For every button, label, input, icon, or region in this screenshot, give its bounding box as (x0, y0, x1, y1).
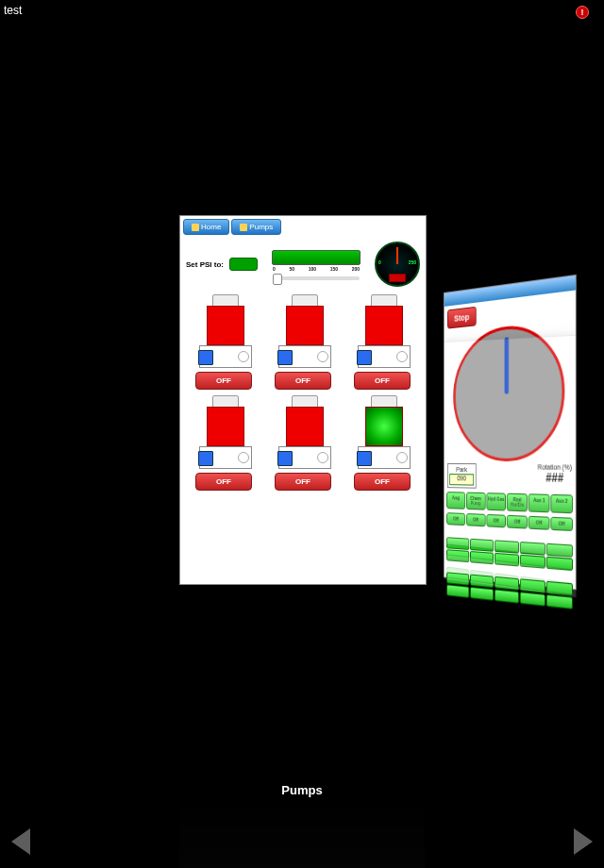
psi-slider[interactable] (273, 276, 360, 280)
gauge-needle-icon (396, 247, 398, 264)
pump-graphic (354, 395, 411, 471)
home-icon (192, 224, 199, 231)
bar-ticks: 050100150200 (273, 266, 360, 272)
pump-6: OFF (346, 395, 418, 491)
title-bar: test (4, 4, 22, 17)
pump-2: OFF (267, 294, 339, 390)
aux-B-6[interactable] (470, 587, 494, 601)
pump-4: OFF (188, 395, 260, 491)
pump-graphic (195, 294, 252, 370)
aux-B-7[interactable] (495, 589, 519, 603)
pump-icon (240, 224, 247, 231)
pump-1: OFF (188, 294, 260, 390)
pump-toggle-3[interactable]: OFF (354, 372, 411, 390)
pump-graphic (275, 395, 331, 471)
psi-label: Set PSI to: (186, 260, 224, 269)
aux-B-8[interactable] (520, 592, 545, 607)
pump-toggle-6[interactable]: OFF (354, 473, 411, 491)
pump-toggle-1[interactable]: OFF (195, 372, 252, 390)
pump-toggle-5[interactable]: OFF (275, 473, 331, 491)
tab-bar: Home Pumps (180, 216, 426, 238)
tab-pumps[interactable]: Pumps (231, 219, 281, 235)
reflection-side (444, 335, 577, 598)
pump-graphic (354, 294, 411, 370)
reflection: OFFOFFOFF (179, 587, 425, 868)
pump-5: OFF (267, 395, 339, 491)
prev-arrow-icon[interactable] (11, 828, 30, 855)
pump-toggle-2[interactable]: OFF (275, 372, 331, 390)
side-header (445, 275, 576, 307)
psi-gauge: 0 250 (375, 242, 420, 287)
gauge-readout (389, 274, 406, 282)
alert-icon[interactable] (576, 6, 589, 19)
page-caption: Pumps (0, 783, 604, 797)
pump-graphic (195, 395, 252, 471)
aux-B-5[interactable] (446, 584, 469, 598)
next-arrow-icon[interactable] (574, 828, 593, 855)
coverflow-stage: Home Pumps Set PSI to: 050100150200 0 25… (0, 19, 604, 793)
pump-toggle-4[interactable]: OFF (195, 473, 252, 491)
tab-home[interactable]: Home (183, 219, 229, 235)
tab-pumps-label: Pumps (249, 223, 273, 231)
pump-graphic (275, 294, 331, 370)
psi-input[interactable] (229, 258, 258, 271)
psi-bar (272, 250, 361, 265)
pumps-grid: OFFOFFOFFOFFOFFOFF (180, 291, 426, 498)
tab-home-label: Home (201, 223, 221, 231)
pump-3: OFF (346, 294, 418, 390)
card-pumps[interactable]: Home Pumps Set PSI to: 050100150200 0 25… (179, 215, 427, 585)
stop-button[interactable]: Stop (447, 307, 477, 329)
